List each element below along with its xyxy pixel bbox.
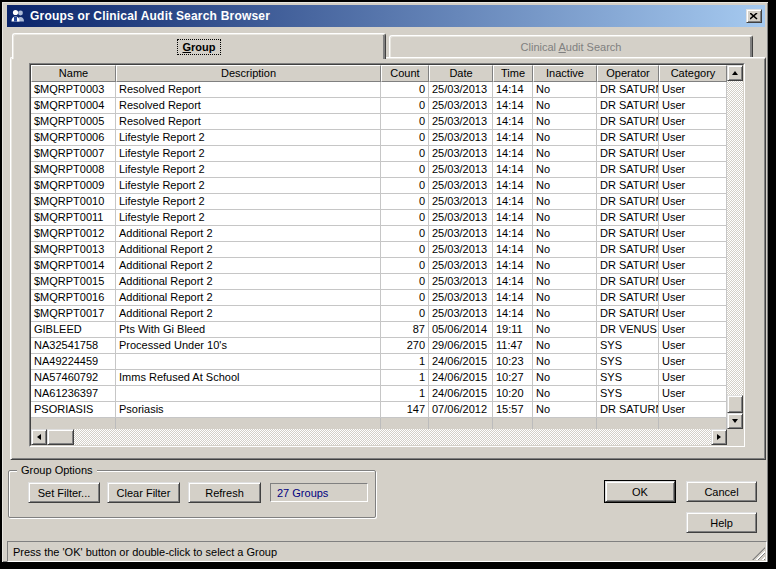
cell-category: User xyxy=(659,306,727,322)
cell-inactive: No xyxy=(533,306,597,322)
group-tab-pane: NameDescriptionCountDateTimeInactiveOper… xyxy=(10,57,766,460)
tab-group[interactable]: Group xyxy=(12,33,386,59)
help-button[interactable]: Help xyxy=(686,512,757,533)
cell-name: GIBLEED xyxy=(31,322,116,338)
refresh-button[interactable]: Refresh xyxy=(188,482,261,503)
triangle-left-icon xyxy=(34,434,41,440)
table-row[interactable]: $MQRPT0009Lifestyle Report 2025/03/20131… xyxy=(31,178,727,194)
triangle-up-icon xyxy=(732,68,738,75)
cell-time: 10:20 xyxy=(493,386,533,402)
cell-date: 25/03/2013 xyxy=(429,194,493,210)
cancel-button[interactable]: Cancel xyxy=(686,481,757,502)
table-row[interactable]: $MQRPT0015Additional Report 2025/03/2013… xyxy=(31,274,727,290)
horizontal-scroll-thumb[interactable] xyxy=(47,429,74,445)
table-row[interactable]: NA32541758Processed Under 10's27029/06/2… xyxy=(31,338,727,354)
table-row[interactable]: GIBLEEDPts With Gi Bleed8705/06/201419:1… xyxy=(31,322,727,338)
scroll-up-button[interactable] xyxy=(727,65,743,81)
scroll-right-button[interactable] xyxy=(711,429,727,445)
cell-operator: DR SATURN xyxy=(597,130,659,146)
cell-count: 0 xyxy=(381,274,429,290)
cell-inactive: No xyxy=(533,178,597,194)
cell-count: 0 xyxy=(381,178,429,194)
cell-date: 25/03/2013 xyxy=(429,178,493,194)
ok-button[interactable]: OK xyxy=(605,481,675,502)
cell-description: Processed Under 10's xyxy=(116,338,381,354)
cell-name: $MQRPT0009 xyxy=(31,178,116,194)
vertical-scroll-thumb[interactable] xyxy=(727,395,743,413)
cell-inactive: No xyxy=(533,322,597,338)
tab-clinical-audit-search[interactable]: Clinical Audit Search xyxy=(389,35,753,57)
column-header-category[interactable]: Category xyxy=(659,65,727,82)
table-row[interactable]: $MQRPT0010Lifestyle Report 2025/03/20131… xyxy=(31,194,727,210)
scroll-left-button[interactable] xyxy=(31,429,47,445)
cell-category: User xyxy=(659,370,727,386)
table-row[interactable]: $MQRPT0008Lifestyle Report 2025/03/20131… xyxy=(31,162,727,178)
cell-count: 0 xyxy=(381,258,429,274)
table-row[interactable]: NA61236397124/06/201510:20NoSYSUser xyxy=(31,386,727,402)
table-row[interactable]: $MQRPT0004Resolved Report025/03/201314:1… xyxy=(31,98,727,114)
column-header-time[interactable]: Time xyxy=(493,65,533,82)
cell-count: 0 xyxy=(381,194,429,210)
cell-time: 14:14 xyxy=(493,98,533,114)
scroll-down-button[interactable] xyxy=(727,413,743,429)
vertical-scrollbar[interactable] xyxy=(727,65,743,429)
tab-label: Group xyxy=(177,39,220,55)
cell-description: Lifestyle Report 2 xyxy=(116,162,381,178)
cell-date: 25/03/2013 xyxy=(429,162,493,178)
table-row[interactable]: $MQRPT0012Additional Report 2025/03/2013… xyxy=(31,226,727,242)
cell-time: 14:14 xyxy=(493,306,533,322)
cell-operator: DR SATURN xyxy=(597,258,659,274)
table-row[interactable]: $MQRPT0007Lifestyle Report 2025/03/20131… xyxy=(31,146,727,162)
resize-grip-icon[interactable] xyxy=(752,547,765,560)
column-header-date[interactable]: Date xyxy=(429,65,493,82)
cell-category: User xyxy=(659,178,727,194)
cell-inactive: No xyxy=(533,114,597,130)
cell-time: 10:27 xyxy=(493,370,533,386)
column-header-operator[interactable]: Operator xyxy=(597,65,659,82)
cell-count: 0 xyxy=(381,242,429,258)
table-row[interactable]: NA57460792Imms Refused At School124/06/2… xyxy=(31,370,727,386)
cell-name: $MQRPT0004 xyxy=(31,98,116,114)
cell-name: $MQRPT0015 xyxy=(31,274,116,290)
cell-time: 14:14 xyxy=(493,178,533,194)
table-row[interactable]: $MQRPT0003Resolved Report025/03/201314:1… xyxy=(31,82,727,98)
title-bar[interactable]: Groups or Clinical Audit Search Browser xyxy=(7,5,765,27)
cell-operator: DR VENUS xyxy=(597,322,659,338)
horizontal-scrollbar[interactable] xyxy=(31,429,727,445)
table-row[interactable]: $MQRPT0014Additional Report 2025/03/2013… xyxy=(31,258,727,274)
table-row[interactable]: $MQRPT0011Lifestyle Report 2025/03/20131… xyxy=(31,210,727,226)
table-row[interactable]: $MQRPT0016Additional Report 2025/03/2013… xyxy=(31,290,727,306)
cell-count: 270 xyxy=(381,338,429,354)
column-header-count[interactable]: Count xyxy=(381,65,429,82)
cell-date: 24/06/2015 xyxy=(429,354,493,370)
cell-operator: DR SATURN xyxy=(597,82,659,98)
window-title: Groups or Clinical Audit Search Browser xyxy=(30,9,746,23)
cell-description: Additional Report 2 xyxy=(116,274,381,290)
cell-description: Imms Refused At School xyxy=(116,370,381,386)
column-header-description[interactable]: Description xyxy=(116,65,381,82)
cell-description: Psoriasis xyxy=(116,402,381,418)
cell-description: Lifestyle Report 2 xyxy=(116,210,381,226)
groups-list-inner: NameDescriptionCountDateTimeInactiveOper… xyxy=(30,64,744,446)
close-button[interactable] xyxy=(746,9,762,23)
column-header-name[interactable]: Name xyxy=(31,65,116,82)
table-row[interactable]: $MQRPT0013Additional Report 2025/03/2013… xyxy=(31,242,727,258)
set-filter-button[interactable]: Set Filter... xyxy=(28,482,100,503)
table-row[interactable]: PSORIASISPsoriasis14707/06/201215:57NoDR… xyxy=(31,402,727,418)
table-row[interactable]: NA49224459124/06/201510:23NoSYSUser xyxy=(31,354,727,370)
table-row[interactable]: $MQRPT0017Additional Report 2025/03/2013… xyxy=(31,306,727,322)
table-row[interactable]: $MQRPT0006Lifestyle Report 2025/03/20131… xyxy=(31,130,727,146)
cell-name: $MQRPT0006 xyxy=(31,130,116,146)
cell-time: 15:57 xyxy=(493,402,533,418)
column-header-inactive[interactable]: Inactive xyxy=(533,65,597,82)
app-icon xyxy=(10,8,26,24)
cell-inactive: No xyxy=(533,386,597,402)
table-row[interactable]: $MQRPT0005Resolved Report025/03/201314:1… xyxy=(31,114,727,130)
cell-time: 14:14 xyxy=(493,210,533,226)
cell-name: NA61236397 xyxy=(31,386,116,402)
cell-operator: DR SATURN xyxy=(597,114,659,130)
cell-category: User xyxy=(659,290,727,306)
cell-description: Lifestyle Report 2 xyxy=(116,178,381,194)
clear-filter-button[interactable]: Clear Filter xyxy=(107,482,180,503)
cell-name: $MQRPT0008 xyxy=(31,162,116,178)
